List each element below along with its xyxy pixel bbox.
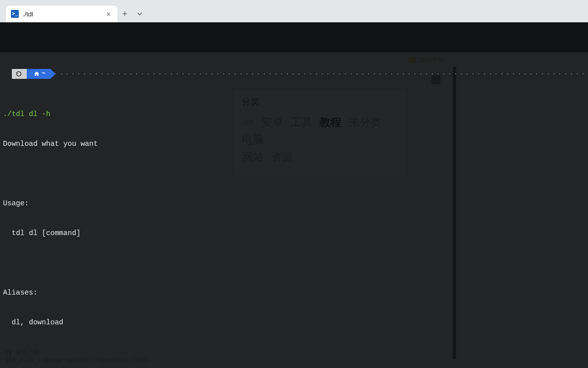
powershell-icon: >_ <box>11 10 19 18</box>
tab-strip: >_ ./tdl ✕ + <box>0 0 588 22</box>
terminal-line: Aliases: <box>3 288 585 298</box>
close-icon[interactable]: ✕ <box>105 10 112 18</box>
tab-dropdown-button[interactable] <box>132 5 147 22</box>
terminal-line: ./tdl dl -h <box>3 109 585 119</box>
terminal-line: Usage: <box>3 198 585 208</box>
prompt-left: ~ <box>3 69 51 79</box>
terminal-line: dl, download <box>3 317 585 327</box>
terminal-line: tdl dl [command] <box>3 228 585 238</box>
path-segment: ~ <box>27 69 51 79</box>
terminal[interactable]: ~ ······································… <box>0 25 588 368</box>
tab-active[interactable]: >_ ./tdl ✕ <box>6 5 117 22</box>
terminal-line: Download what you want <box>3 139 585 149</box>
path-text: ~ <box>42 69 46 79</box>
prompt-dots: ········································… <box>51 69 588 79</box>
refresh-segment <box>12 69 27 79</box>
new-tab-button[interactable]: + <box>117 5 132 22</box>
prompt-row: ~ ······································… <box>3 68 585 79</box>
tab-title: ./tdl <box>23 10 101 18</box>
cmd-text: ./tdl dl -h <box>3 110 51 118</box>
terminal-line <box>3 347 585 357</box>
terminal-line <box>3 169 585 179</box>
terminal-line <box>3 258 585 268</box>
